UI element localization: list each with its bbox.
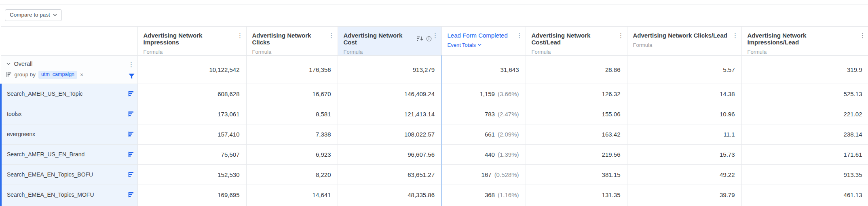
cell-impressions-per-lead[interactable]: 238.14 [741,124,868,144]
lead-conversion-pct: (1.39%) [498,151,519,158]
cell-cost-per-lead[interactable]: 126.32 [526,84,627,104]
column-menu-icon[interactable]: ⋮ [237,32,243,39]
lead-conversion-pct: (2.47%) [498,111,519,118]
column-title: Advertising Network Cost [344,32,414,46]
cell-impressions[interactable]: 608,628 [137,84,246,104]
cell-impressions[interactable]: 157,410 [137,124,246,144]
overall-cell-impressions[interactable]: 10,122,542 [137,55,246,84]
overall-cell-cost[interactable]: 913,279 [338,55,441,84]
cell-leads[interactable]: 368(1.16%) [441,185,526,205]
column-subtitle: Formula [748,49,859,55]
bar-chart-icon[interactable] [128,132,134,137]
column-menu-icon[interactable]: ⋮ [516,32,523,39]
overall-cell-leads[interactable]: 31,643 [441,55,526,84]
cell-clicks[interactable]: 16,670 [246,84,338,104]
cell-clicks-per-lead[interactable]: 11.1 [627,124,741,144]
cell-leads[interactable]: 167(0.528%) [441,164,526,185]
cell-cost-per-lead[interactable]: 219.56 [526,144,627,164]
cell-clicks[interactable]: 7,338 [246,124,338,144]
row-label-cell[interactable]: Search_AMER_US_EN_Topic [1,84,137,104]
row-label-cell[interactable]: Search_EMEA_EN_Topics_BOFU [1,164,137,185]
overall-cell-impressions-per-lead[interactable]: 319.9 [741,55,868,84]
cell-clicks-per-lead[interactable]: 10.96 [627,104,741,124]
cell-clicks-per-lead[interactable]: 15.73 [627,144,741,164]
compare-to-past-label: Compare to past [10,12,50,19]
column-title: Advertising Network Impressions [144,32,237,46]
event-totals-dropdown[interactable]: Event Totals [448,42,482,48]
sort-descending-icon[interactable] [417,36,423,41]
filter-icon[interactable] [129,74,135,79]
table-row: toolsx 173,061 8,581 121,413.14 783(2.47… [1,104,868,124]
overall-cell-clicks[interactable]: 176,356 [246,55,338,84]
overall-label-cell[interactable]: Overall ⋮ group by u [1,55,137,84]
group-by-field-pill[interactable]: utm_campaign [38,71,77,79]
collapse-chevron-icon[interactable] [6,63,11,65]
table-header: Advertising Network Impressions Formula … [1,26,868,55]
cell-clicks[interactable]: 8,581 [246,104,338,124]
row-label-cell[interactable]: Search_AMER_US_EN_Brand [1,144,137,164]
bar-chart-icon[interactable] [128,111,134,117]
cell-impressions-per-lead[interactable]: 221.02 [741,104,868,124]
bar-chart-icon[interactable] [128,91,134,97]
cell-cost[interactable]: 63,651.27 [338,164,441,185]
cell-cost[interactable]: 146,409.24 [338,84,441,104]
bar-chart-icon[interactable] [128,152,134,157]
cell-leads[interactable]: 661(2.09%) [441,124,526,144]
cell-impressions[interactable]: 169,695 [137,185,246,205]
cell-clicks[interactable]: 6,923 [246,144,338,164]
chevron-down-icon [53,14,57,16]
column-subtitle: Formula [252,49,328,55]
event-column-title[interactable]: Lead Form Completed [448,32,516,39]
cell-cost[interactable]: 48,335.86 [338,185,441,205]
cell-cost-per-lead[interactable]: 163.42 [526,124,627,144]
bar-chart-icon[interactable] [128,192,134,198]
cell-clicks-per-lead[interactable]: 49.22 [627,164,741,185]
cell-impressions-per-lead[interactable]: 171.61 [741,144,868,164]
cell-leads[interactable]: 1,159(3.66%) [441,84,526,104]
cell-impressions-per-lead[interactable]: 461.13 [741,185,868,205]
cell-cost-per-lead[interactable]: 381.15 [526,164,627,185]
cell-clicks[interactable]: 14,641 [246,185,338,205]
overall-menu-icon[interactable]: ⋮ [128,61,135,68]
remove-group-by-icon[interactable]: × [80,71,83,78]
col-header-cost-per-lead[interactable]: Advertising Network Cost/Lead Formula ⋮ [526,26,627,55]
cell-cost[interactable]: 108,022.57 [338,124,441,144]
overall-cell-clicks-per-lead[interactable]: 5.57 [627,55,741,84]
cell-cost[interactable]: 121,413.14 [338,104,441,124]
lead-conversion-pct: (2.09%) [498,131,519,138]
bar-chart-icon[interactable] [128,172,134,177]
cell-clicks[interactable]: 8,220 [246,164,338,185]
cell-clicks-per-lead[interactable]: 14.38 [627,84,741,104]
col-header-cost[interactable]: Advertising Network Cost [338,26,441,55]
column-menu-icon[interactable]: ⋮ [732,32,739,39]
col-header-lead-form-completed[interactable]: Lead Form Completed Event Totals ⋮ [441,26,526,55]
col-header-impressions-per-lead[interactable]: Advertising Network Impressions/Lead For… [741,26,868,55]
row-label: Search_AMER_US_EN_Brand [7,151,84,158]
col-header-impressions[interactable]: Advertising Network Impressions Formula … [137,26,246,55]
col-header-clicks[interactable]: Advertising Network Clicks Formula ⋮ [246,26,338,55]
results-table: Advertising Network Impressions Formula … [0,26,868,206]
cell-leads[interactable]: 783(2.47%) [441,104,526,124]
row-label-cell[interactable]: Search_EMEA_EN_Topics_MOFU [1,185,137,205]
row-label-cell[interactable]: evergreenx [1,124,137,144]
cell-cost-per-lead[interactable]: 155.06 [526,104,627,124]
column-menu-icon[interactable]: ⋮ [328,32,335,39]
col-header-clicks-per-lead[interactable]: Advertising Network Clicks/Lead Formula … [627,26,741,55]
column-menu-icon[interactable]: ⋮ [432,32,439,39]
lead-count: 440 [485,151,495,158]
cell-impressions-per-lead[interactable]: 525.13 [741,84,868,104]
cell-cost-per-lead[interactable]: 131.35 [526,185,627,205]
overall-cell-cost-per-lead[interactable]: 28.86 [526,55,627,84]
cell-clicks-per-lead[interactable]: 39.79 [627,185,741,205]
info-icon [426,36,432,42]
cell-impressions[interactable]: 173,061 [137,104,246,124]
cell-impressions[interactable]: 75,507 [137,144,246,164]
cell-impressions-per-lead[interactable]: 913.35 [741,164,868,185]
cell-impressions[interactable]: 152,530 [137,164,246,185]
compare-to-past-button[interactable]: Compare to past [5,9,62,21]
row-label-cell[interactable]: toolsx [1,104,137,124]
cell-leads[interactable]: 440(1.39%) [441,144,526,164]
column-menu-icon[interactable]: ⋮ [860,32,866,39]
cell-cost[interactable]: 96,607.56 [338,144,441,164]
column-menu-icon[interactable]: ⋮ [618,32,624,39]
